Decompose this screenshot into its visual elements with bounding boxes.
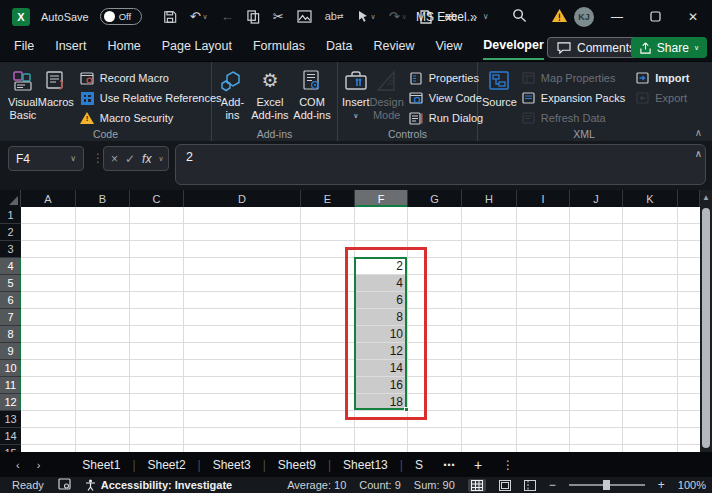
tab-developer[interactable]: Developer: [483, 34, 543, 60]
undo-icon[interactable]: ↶∨: [190, 10, 208, 23]
cell-E4[interactable]: [301, 258, 355, 275]
cell-F3[interactable]: [355, 241, 408, 258]
tab-home[interactable]: Home: [107, 35, 140, 59]
row-header-2[interactable]: 2: [0, 224, 21, 241]
row-header-10[interactable]: 10: [0, 360, 21, 377]
row-header-3[interactable]: 3: [0, 241, 21, 258]
sheet-tab-sheet9[interactable]: Sheet9: [266, 455, 328, 475]
cell-G11[interactable]: [408, 377, 462, 394]
paste-picture-icon[interactable]: [297, 10, 312, 23]
cell-D4[interactable]: [184, 258, 301, 275]
cell-I1[interactable]: [517, 207, 570, 224]
com-addins-button[interactable]: COM Add-ins: [291, 67, 333, 121]
row-header-15[interactable]: 15: [0, 445, 21, 452]
row-header-9[interactable]: 9: [0, 343, 21, 360]
zoom-slider[interactable]: [569, 484, 645, 486]
cell-B15[interactable]: [76, 445, 130, 452]
cell-D12[interactable]: [184, 394, 301, 411]
visual-basic-button[interactable]: Visual Basic: [8, 67, 38, 121]
row-header-14[interactable]: 14: [0, 428, 21, 445]
cell-J10[interactable]: [570, 360, 623, 377]
cell-F12[interactable]: 18: [355, 394, 408, 411]
cell-H12[interactable]: [462, 394, 517, 411]
cell-H10[interactable]: [462, 360, 517, 377]
search-icon[interactable]: [512, 8, 527, 27]
cell-D10[interactable]: [184, 360, 301, 377]
vertical-scroll-thumb[interactable]: [702, 208, 710, 448]
more-sheets-icon[interactable]: ⋯: [435, 458, 464, 472]
find-replace-icon[interactable]: ab⇄: [325, 11, 344, 22]
cell-G14[interactable]: [408, 428, 462, 445]
sheet-tab-truncated[interactable]: S: [403, 455, 435, 475]
cell-D3[interactable]: [184, 241, 301, 258]
expansion-packs-button[interactable]: Expansion Packs: [521, 90, 625, 106]
cell-G9[interactable]: [408, 343, 462, 360]
cell-G10[interactable]: [408, 360, 462, 377]
warning-icon[interactable]: [551, 8, 568, 27]
cell-C11[interactable]: [130, 377, 184, 394]
cell-F13[interactable]: [355, 411, 408, 428]
cell-G8[interactable]: [408, 326, 462, 343]
scroll-up-icon[interactable]: ▲: [702, 193, 710, 202]
cell-D5[interactable]: [184, 275, 301, 292]
column-header-K[interactable]: K: [623, 190, 678, 207]
cell-J13[interactable]: [570, 411, 623, 428]
row-header-13[interactable]: 13: [0, 411, 21, 428]
cut-icon[interactable]: ✂: [273, 10, 284, 23]
cell-J3[interactable]: [570, 241, 623, 258]
cell-C1[interactable]: [130, 207, 184, 224]
column-header-F[interactable]: F: [355, 190, 408, 207]
cell-H5[interactable]: [462, 275, 517, 292]
cell-H11[interactable]: [462, 377, 517, 394]
import-button[interactable]: Import: [635, 70, 689, 86]
tab-data[interactable]: Data: [326, 35, 352, 59]
cell-E9[interactable]: [301, 343, 355, 360]
cell-D8[interactable]: [184, 326, 301, 343]
tab-insert[interactable]: Insert: [55, 35, 86, 59]
cell-A12[interactable]: [21, 394, 76, 411]
page-break-view-icon[interactable]: [524, 480, 536, 491]
formula-input[interactable]: 2: [175, 144, 706, 185]
cell-C6[interactable]: [130, 292, 184, 309]
cell-C10[interactable]: [130, 360, 184, 377]
cell-A7[interactable]: [21, 309, 76, 326]
cell-J1[interactable]: [570, 207, 623, 224]
source-button[interactable]: Source: [482, 67, 517, 109]
cell-G1[interactable]: [408, 207, 462, 224]
normal-view-icon[interactable]: [468, 479, 486, 492]
cell-K14[interactable]: [623, 428, 678, 445]
sheet-nav-left-icon[interactable]: ‹: [16, 459, 20, 471]
cell-E11[interactable]: [301, 377, 355, 394]
cell-A5[interactable]: [21, 275, 76, 292]
cell-D6[interactable]: [184, 292, 301, 309]
cell-D15[interactable]: [184, 445, 301, 452]
cell-G7[interactable]: [408, 309, 462, 326]
cell-I14[interactable]: [517, 428, 570, 445]
cell-I13[interactable]: [517, 411, 570, 428]
cell-G13[interactable]: [408, 411, 462, 428]
cell-A13[interactable]: [21, 411, 76, 428]
cell-A1[interactable]: [21, 207, 76, 224]
cell-B2[interactable]: [76, 224, 130, 241]
column-header-A[interactable]: A: [21, 190, 76, 207]
cell-G2[interactable]: [408, 224, 462, 241]
cell-E2[interactable]: [301, 224, 355, 241]
cell-K1[interactable]: [623, 207, 678, 224]
cell-B12[interactable]: [76, 394, 130, 411]
expand-formula-bar-icon[interactable]: ∧: [695, 148, 702, 159]
zoom-out-icon[interactable]: −: [549, 478, 556, 492]
pointer-tool-icon[interactable]: ∨: [357, 10, 376, 23]
cell-B7[interactable]: [76, 309, 130, 326]
cell-J12[interactable]: [570, 394, 623, 411]
user-avatar[interactable]: KJ: [574, 7, 594, 27]
cancel-entry-icon[interactable]: ×: [111, 152, 118, 166]
cell-J9[interactable]: [570, 343, 623, 360]
cell-H7[interactable]: [462, 309, 517, 326]
cell-F10[interactable]: 14: [355, 360, 408, 377]
cell-E14[interactable]: [301, 428, 355, 445]
cell-I15[interactable]: [517, 445, 570, 452]
column-header-B[interactable]: B: [76, 190, 130, 207]
cell-D1[interactable]: [184, 207, 301, 224]
cell-J11[interactable]: [570, 377, 623, 394]
cell-H8[interactable]: [462, 326, 517, 343]
